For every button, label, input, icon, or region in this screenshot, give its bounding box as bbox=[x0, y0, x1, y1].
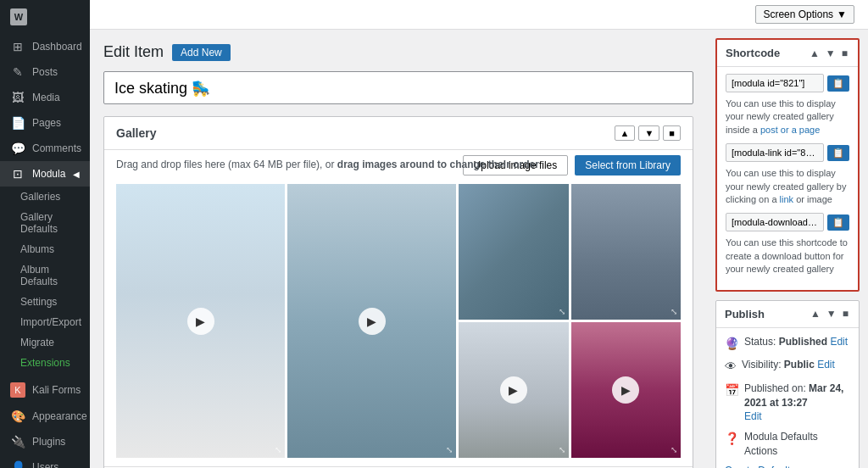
modula-arrow: ◀ bbox=[73, 170, 80, 179]
appearance-icon: 🎨 bbox=[10, 410, 25, 423]
select-from-library-button[interactable]: Select from Library bbox=[575, 155, 681, 176]
gallery-controls: ▲ ▼ ■ bbox=[615, 125, 681, 141]
copy-shortcode-3-button[interactable]: 📋 bbox=[827, 214, 849, 231]
shortcode-input-2[interactable] bbox=[726, 143, 824, 162]
sidebar-item-media[interactable]: 🖼 Media bbox=[0, 85, 90, 110]
play-button-5[interactable]: ▶ bbox=[500, 376, 527, 404]
gallery-image-3[interactable]: ⤡ bbox=[459, 184, 568, 320]
sidebar-sub-gallery-defaults[interactable]: Gallery Defaults bbox=[0, 207, 90, 239]
defaults-label: Modula Defaults Actions bbox=[744, 430, 850, 459]
gallery-drop-area: Drag and drop files here (max 64 MB per … bbox=[104, 150, 693, 176]
resize-icon-3: ⤡ bbox=[559, 307, 565, 316]
play-button-1[interactable]: ▶ bbox=[187, 308, 214, 335]
sidebar-sub-albums[interactable]: Albums bbox=[0, 239, 90, 259]
sidebar-item-label: Plugins bbox=[32, 436, 65, 448]
resize-icon-6: ⤡ bbox=[670, 445, 677, 454]
shortcode-input-1[interactable] bbox=[726, 74, 824, 92]
gallery-close[interactable]: ■ bbox=[663, 125, 681, 141]
wordpress-icon: W bbox=[10, 8, 27, 25]
publish-collapse-up[interactable]: ▲ bbox=[809, 308, 822, 320]
sidebar-sub-migrate[interactable]: Migrate bbox=[0, 332, 90, 353]
sidebar-item-appearance[interactable]: 🎨 Appearance bbox=[0, 404, 90, 429]
sidebar-item-label: Media bbox=[32, 92, 60, 103]
gallery-image-6[interactable]: ▶ ⤡ bbox=[571, 322, 681, 458]
gallery-collapse-up[interactable]: ▲ bbox=[615, 125, 636, 141]
shortcode-section: 📋 You can use this to display your newly… bbox=[717, 67, 858, 290]
screen-options-label: Screen Options bbox=[763, 8, 833, 20]
posts-icon: ✎ bbox=[10, 65, 25, 79]
gallery-image-5[interactable]: ▶ ⤡ bbox=[459, 322, 568, 458]
publish-status-row: 🔮 Status: Published Edit bbox=[725, 335, 850, 353]
visibility-icon: 👁 bbox=[725, 359, 737, 376]
date-edit-link[interactable]: Edit bbox=[744, 410, 762, 422]
pages-icon: 📄 bbox=[10, 116, 25, 130]
sidebar-sub-extensions[interactable]: Extensions bbox=[0, 353, 90, 373]
sidebar-item-posts[interactable]: ✎ Posts bbox=[0, 59, 90, 85]
edit-item-header: Edit Item Add New bbox=[103, 43, 693, 61]
sidebar-item-label: Dashboard bbox=[32, 41, 82, 53]
chevron-down-icon: ▼ bbox=[837, 8, 847, 20]
sidebar-sub-galleries[interactable]: Galleries bbox=[0, 187, 90, 207]
sidebar-sub-album-defaults[interactable]: Album Defaults bbox=[0, 259, 90, 292]
play-button-6[interactable]: ▶ bbox=[612, 376, 639, 404]
shortcode-desc-3: You can use this shortcode to create a d… bbox=[726, 237, 849, 276]
sidebar-item-plugins[interactable]: 🔌 Plugins bbox=[0, 429, 90, 454]
resize-icon-5: ⤡ bbox=[559, 445, 565, 454]
create-default-link[interactable]: Create Default bbox=[725, 465, 850, 468]
resize-icon-4: ⤡ bbox=[670, 307, 677, 316]
sidebar-item-label: Kali Forms bbox=[32, 384, 81, 396]
kali-forms-icon: K bbox=[10, 382, 25, 398]
copy-shortcode-1-button[interactable]: 📋 bbox=[827, 75, 849, 92]
publish-collapse-down[interactable]: ▼ bbox=[825, 308, 838, 320]
publish-panel: Publish ▲ ▼ ■ 🔮 Status: Published Edit bbox=[715, 300, 860, 468]
shortcode-row-2: 📋 bbox=[726, 143, 849, 162]
play-button-2[interactable]: ▶ bbox=[359, 308, 386, 335]
item-title-input[interactable] bbox=[103, 71, 693, 104]
sidebar-item-label: Modula bbox=[32, 168, 65, 180]
shortcode-panel: Shortcode ▲ ▼ ■ 📋 You can use this to di… bbox=[715, 38, 860, 292]
copy-shortcode-2-button[interactable]: 📋 bbox=[827, 145, 849, 161]
resize-icon-1: ⤡ bbox=[275, 445, 281, 454]
shortcode-desc-2: You can use this to display your newly c… bbox=[726, 167, 849, 206]
sidebar-item-users[interactable]: 👤 Users bbox=[0, 454, 90, 468]
gallery-image-1[interactable]: ▶ ⤡ bbox=[116, 184, 285, 458]
shortcode-collapse-down[interactable]: ▼ bbox=[824, 47, 837, 59]
sidebar-item-label: Users bbox=[32, 461, 58, 468]
screen-options-button[interactable]: Screen Options ▼ bbox=[755, 5, 854, 24]
status-text: Status: Published Edit bbox=[744, 335, 848, 349]
sidebar-item-pages[interactable]: 📄 Pages bbox=[0, 110, 90, 136]
gallery-image-2[interactable]: ▶ ⤡ bbox=[287, 184, 456, 458]
page-title: Edit Item bbox=[103, 43, 164, 61]
link-link[interactable]: link bbox=[780, 194, 794, 204]
gallery-image-4[interactable]: ⤡ bbox=[571, 184, 681, 320]
shortcode-title: Shortcode bbox=[726, 47, 780, 59]
drop-bold-text: drag images around to change their order bbox=[337, 159, 539, 170]
shortcode-close[interactable]: ■ bbox=[840, 47, 849, 59]
gallery-grid: ▶ ⤡ ▶ ⤡ ⤡ ⤡ bbox=[104, 176, 693, 466]
sidebar-item-comments[interactable]: 💬 Comments bbox=[0, 136, 90, 161]
sidebar-sub-settings[interactable]: Settings bbox=[0, 292, 90, 312]
publish-close[interactable]: ■ bbox=[841, 308, 850, 320]
sidebar-item-modula[interactable]: ⊡ Modula ◀ bbox=[0, 161, 90, 187]
drop-text: Drag and drop files here (max 64 MB per … bbox=[116, 159, 334, 170]
publish-defaults-row: ❓ Modula Defaults Actions bbox=[725, 430, 850, 459]
add-new-button[interactable]: Add New bbox=[172, 44, 231, 61]
shortcode-panel-header: Shortcode ▲ ▼ ■ bbox=[717, 40, 858, 67]
shortcode-input-3[interactable] bbox=[726, 213, 824, 231]
topbar: Screen Options ▼ bbox=[90, 0, 868, 30]
visibility-edit-link[interactable]: Edit bbox=[817, 359, 835, 370]
shortcode-collapse-up[interactable]: ▲ bbox=[808, 47, 821, 59]
post-link[interactable]: post or a page bbox=[760, 125, 820, 135]
plugins-icon: 🔌 bbox=[10, 435, 25, 448]
sidebar-item-label: Appearance bbox=[32, 410, 87, 422]
editor-panel: Edit Item Add New Gallery ▲ ▼ ■ Drag and… bbox=[90, 30, 707, 468]
gallery-section-title: Gallery bbox=[116, 126, 156, 140]
status-label: Status: bbox=[744, 336, 776, 348]
status-edit-link[interactable]: Edit bbox=[830, 336, 848, 348]
gallery-collapse-down[interactable]: ▼ bbox=[638, 125, 659, 141]
sidebar-sub-import-export[interactable]: Import/Export bbox=[0, 312, 90, 332]
sidebar-item-dashboard[interactable]: ⊞ Dashboard bbox=[0, 34, 90, 59]
publish-panel-controls: ▲ ▼ ■ bbox=[809, 308, 850, 320]
sidebar-item-label: Pages bbox=[32, 117, 61, 129]
sidebar-item-kali-forms[interactable]: K Kali Forms bbox=[0, 376, 90, 404]
